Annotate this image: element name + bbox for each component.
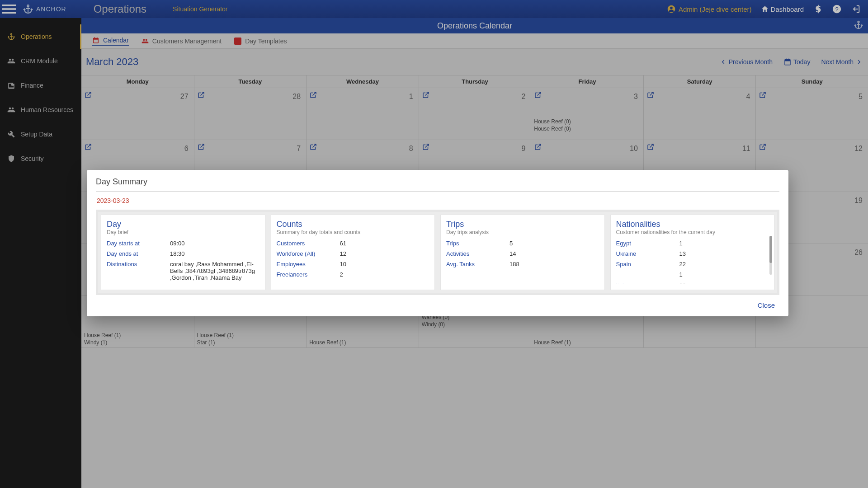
- day-summary-dialog: Day Summary 2023-03-23 Day Day brief Day…: [87, 170, 788, 316]
- kv-value: 1: [679, 240, 769, 247]
- dialog-date: 2023-03-23: [97, 197, 778, 204]
- kv-value: 12: [340, 250, 429, 257]
- card-trips: Trips Day trips analysis Trips 5 Activit…: [440, 215, 605, 290]
- kv-value: 2: [340, 271, 429, 278]
- kv-value: 61: [340, 240, 429, 247]
- kv-value: 188: [509, 261, 599, 267]
- card-title: Trips: [446, 220, 599, 229]
- kv-key: Day ends at: [107, 250, 170, 257]
- card-subtitle: Summary for day totals and counts: [277, 229, 429, 235]
- kv-value: 14: [509, 250, 599, 257]
- scrollbar-thumb[interactable]: [769, 236, 772, 263]
- kv-value: 22: [679, 261, 769, 267]
- kv-key: Egypt: [616, 240, 679, 247]
- kv-key: Customers: [277, 240, 340, 247]
- card-subtitle: Day brief: [107, 229, 259, 235]
- card-nationalities: Nationalities Customer nationalities for…: [610, 215, 775, 290]
- kv-key: Workforce (All): [277, 250, 340, 257]
- kv-key: Italy: [616, 282, 679, 283]
- kv-key: Freelancers: [277, 271, 340, 278]
- nationalities-list[interactable]: Egypt1Ukraine13Spain221Italy22: [616, 240, 769, 283]
- kv-key: Avg. Tanks: [446, 261, 509, 267]
- kv-key: Trips: [446, 240, 509, 247]
- kv-value: coral bay ,Rass Mohammed ,El-Bells ,3847…: [170, 261, 259, 281]
- kv-key: Spain: [616, 261, 679, 267]
- kv-value: 1: [679, 271, 769, 278]
- kv-key: [616, 271, 679, 278]
- kv-key: Employees: [277, 261, 340, 267]
- dialog-title: Day Summary: [96, 177, 779, 192]
- close-button[interactable]: Close: [96, 295, 779, 311]
- kv-key: Ukraine: [616, 250, 679, 257]
- card-title: Day: [107, 220, 259, 229]
- kv-value: 13: [679, 250, 769, 257]
- card-subtitle: Day trips analysis: [446, 229, 599, 235]
- kv-key: Activities: [446, 250, 509, 257]
- card-title: Counts: [277, 220, 429, 229]
- card-subtitle: Customer nationalities for the current d…: [616, 229, 769, 235]
- kv-value: 5: [509, 240, 599, 247]
- kv-value: 09:00: [170, 240, 259, 247]
- kv-key: Day starts at: [107, 240, 170, 247]
- kv-value: 18:30: [170, 250, 259, 257]
- card-counts: Counts Summary for day totals and counts…: [271, 215, 435, 290]
- kv-value: 22: [679, 282, 769, 283]
- kv-value: 10: [340, 261, 429, 267]
- dialog-cards: Day Day brief Day starts at 09:00 Day en…: [96, 210, 779, 295]
- kv-key: Distinations: [107, 261, 170, 281]
- card-day: Day Day brief Day starts at 09:00 Day en…: [101, 215, 265, 290]
- card-title: Nationalities: [616, 220, 769, 229]
